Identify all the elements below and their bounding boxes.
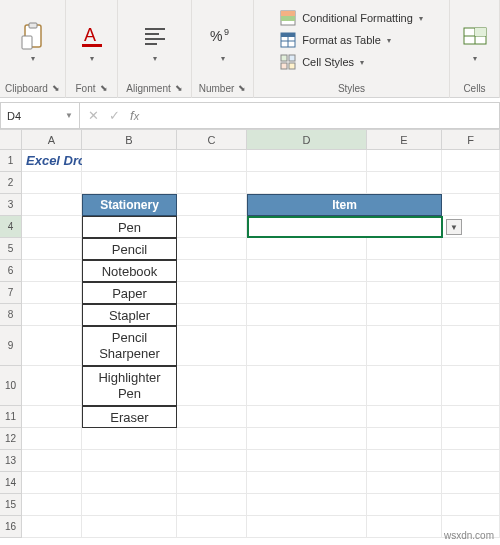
stationery-cell[interactable]: Pen (82, 216, 177, 238)
row-header[interactable]: 9 (0, 326, 22, 366)
row-header[interactable]: 11 (0, 406, 22, 428)
svg-text:9: 9 (224, 27, 229, 37)
group-label-clipboard: Clipboard (5, 83, 48, 94)
group-label-alignment: Alignment (126, 83, 170, 94)
cells-icon[interactable] (461, 22, 489, 50)
enter-icon[interactable]: ✓ (109, 108, 120, 123)
svg-rect-13 (281, 16, 295, 21)
format-as-table-icon (280, 32, 296, 48)
worksheet-grid[interactable]: A B C D E F 1 Excel Drop Down List Multi… (0, 130, 500, 538)
row-header[interactable]: 4 (0, 216, 22, 238)
chevron-down-icon: ▾ (419, 14, 423, 23)
row-header[interactable]: 14 (0, 472, 22, 494)
row-header[interactable]: 13 (0, 450, 22, 472)
svg-text:A: A (84, 25, 96, 45)
group-label-number: Number (199, 83, 235, 94)
cell-styles-label: Cell Styles (302, 56, 354, 68)
alignment-icon[interactable] (141, 22, 169, 50)
formula-input[interactable] (147, 102, 500, 129)
group-label-styles: Styles (338, 83, 365, 94)
svg-rect-21 (289, 63, 295, 69)
dialog-launcher-icon[interactable]: ⬊ (238, 83, 246, 93)
dropdown-handle-icon[interactable]: ▼ (446, 219, 462, 235)
svg-rect-2 (22, 36, 32, 49)
select-all-corner[interactable] (0, 130, 22, 150)
conditional-formatting-label: Conditional Formatting (302, 12, 413, 24)
svg-rect-18 (281, 55, 287, 61)
stationery-cell[interactable]: Paper (82, 282, 177, 304)
column-headers: A B C D E F (22, 130, 500, 150)
row-header[interactable]: 5 (0, 238, 22, 260)
row-header[interactable]: 1 (0, 150, 22, 172)
conditional-formatting-button[interactable]: Conditional Formatting ▾ (276, 8, 427, 28)
row-header[interactable]: 2 (0, 172, 22, 194)
cell-styles-button[interactable]: Cell Styles ▾ (276, 52, 427, 72)
format-as-table-button[interactable]: Format as Table ▾ (276, 30, 427, 50)
dialog-launcher-icon[interactable]: ⬊ (52, 83, 60, 93)
stationery-cell[interactable]: Eraser (82, 406, 177, 428)
cell-styles-icon (280, 54, 296, 70)
cancel-icon[interactable]: ✕ (88, 108, 99, 123)
group-styles: Conditional Formatting ▾ Format as Table… (254, 0, 450, 98)
chevron-down-icon: ▾ (387, 36, 391, 45)
chevron-down-icon: ▾ (360, 58, 364, 67)
svg-rect-19 (289, 55, 295, 61)
formula-bar-row: D4 ▼ ✕ ✓ fx (0, 102, 500, 130)
group-label-cells: Cells (463, 83, 485, 94)
col-header-C[interactable]: C (177, 130, 247, 149)
col-header-F[interactable]: F (442, 130, 500, 149)
svg-rect-20 (281, 63, 287, 69)
chevron-down-icon[interactable]: ▼ (65, 111, 73, 120)
chevron-down-icon[interactable]: ▾ (221, 54, 225, 63)
watermark: wsxdn.com (444, 530, 494, 541)
stationery-cell[interactable]: Pencil Sharpener (82, 326, 177, 366)
row-header[interactable]: 3 (0, 194, 22, 216)
svg-rect-4 (82, 44, 102, 47)
fx-icon[interactable]: fx (130, 108, 139, 123)
stationery-cell[interactable]: Notebook (82, 260, 177, 282)
number-format-icon[interactable]: %9 (209, 22, 237, 50)
dialog-launcher-icon[interactable]: ⬊ (100, 83, 108, 93)
row-header[interactable]: 6 (0, 260, 22, 282)
group-font: A ▾ Font⬊ (66, 0, 118, 98)
stationery-cell[interactable]: Stapler (82, 304, 177, 326)
ribbon: ▾ Clipboard⬊ A ▾ Font⬊ ▾ Alignment⬊ %9 ▾… (0, 0, 500, 98)
name-box-value: D4 (7, 110, 21, 122)
chevron-down-icon[interactable]: ▾ (153, 54, 157, 63)
group-alignment: ▾ Alignment⬊ (118, 0, 192, 98)
col-header-E[interactable]: E (367, 130, 442, 149)
col-header-A[interactable]: A (22, 130, 82, 149)
svg-rect-1 (29, 23, 37, 28)
row-header[interactable]: 12 (0, 428, 22, 450)
svg-rect-25 (475, 28, 486, 36)
group-clipboard: ▾ Clipboard⬊ (0, 0, 66, 98)
row-header[interactable]: 16 (0, 516, 22, 538)
format-as-table-label: Format as Table (302, 34, 381, 46)
group-label-font: Font (75, 83, 95, 94)
col-header-D[interactable]: D (247, 130, 367, 149)
row-header[interactable]: 8 (0, 304, 22, 326)
name-box[interactable]: D4 ▼ (0, 102, 80, 129)
dialog-launcher-icon[interactable]: ⬊ (175, 83, 183, 93)
chevron-down-icon[interactable]: ▾ (31, 54, 35, 63)
group-cells: ▾ Cells (450, 0, 500, 98)
col-header-B[interactable]: B (82, 130, 177, 149)
formula-controls: ✕ ✓ fx (80, 102, 147, 129)
row-header[interactable]: 15 (0, 494, 22, 516)
row-header[interactable]: 10 (0, 366, 22, 406)
sheet-title[interactable]: Excel Drop Down List Multiple Selection (22, 150, 82, 172)
clipboard-icon[interactable] (19, 22, 47, 50)
item-header-cell[interactable]: Item (247, 194, 442, 216)
group-number: %9 ▾ Number⬊ (192, 0, 254, 98)
stationery-cell[interactable]: Highlighter Pen (82, 366, 177, 406)
chevron-down-icon[interactable]: ▾ (90, 54, 94, 63)
row-header[interactable]: 7 (0, 282, 22, 304)
conditional-formatting-icon (280, 10, 296, 26)
stationery-cell[interactable]: Pencil (82, 238, 177, 260)
stationery-header-cell[interactable]: Stationery (82, 194, 177, 216)
svg-rect-12 (281, 11, 295, 16)
svg-text:%: % (210, 28, 222, 44)
item-dropdown-cell[interactable] (247, 216, 442, 238)
font-color-icon[interactable]: A (78, 22, 106, 50)
chevron-down-icon[interactable]: ▾ (473, 54, 477, 63)
